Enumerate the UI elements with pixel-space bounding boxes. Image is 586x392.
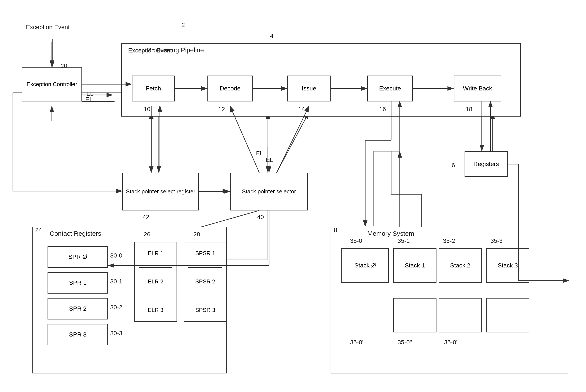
ref-14: 14 xyxy=(298,106,305,113)
elr3-label: ELR 3 xyxy=(148,307,163,314)
spr0-box: SPR Ø xyxy=(48,246,108,268)
spr3-box: SPR 3 xyxy=(48,324,108,345)
stack2-lower-box xyxy=(439,298,482,332)
fetch-box: Fetch xyxy=(132,76,175,102)
spsr1-label: SPSR 1 xyxy=(195,250,215,257)
spsr2-label: SPSR 2 xyxy=(195,278,215,285)
ref-12: 12 xyxy=(218,106,225,113)
el-label-exc: EL xyxy=(86,91,93,97)
ref-35-0pp: 35-0'' xyxy=(398,339,412,346)
issue-box: Issue xyxy=(287,76,331,102)
writeback-box: Write Back xyxy=(454,76,501,102)
exception-event-label: Exception Event xyxy=(26,24,70,31)
stack1-box: Stack 1 xyxy=(393,248,436,283)
svg-line-12 xyxy=(276,112,309,173)
ref-30-0: 30-0 xyxy=(110,252,122,259)
memory-system-label: Memory System xyxy=(367,230,414,237)
ref-35-1: 35-1 xyxy=(398,238,410,244)
ref-35-0: 35-0 xyxy=(350,238,362,244)
diagram: Exception Event Exception Controller EL … xyxy=(0,0,586,392)
decode-box: Decode xyxy=(207,76,253,102)
ref-35-3: 35-3 xyxy=(490,238,503,244)
ref-6: 6 xyxy=(452,162,455,169)
ref-30-3: 30-3 xyxy=(110,330,122,337)
stack2-box: Stack 2 xyxy=(439,248,482,283)
stack3-box: Stack 3 xyxy=(486,248,529,283)
spsr3-label: SPSR 3 xyxy=(195,307,215,314)
spr2-box: SPR 2 xyxy=(48,298,108,320)
ref-42: 42 xyxy=(143,214,149,220)
ref-28: 28 xyxy=(193,231,200,238)
ref-35-0ppp: 35-0''' xyxy=(444,339,460,346)
ref-10: 10 xyxy=(144,106,150,113)
exception-controller-box: Exception Controller xyxy=(22,67,82,102)
ref-30-1: 30-1 xyxy=(110,278,122,285)
ref-40: 40 xyxy=(257,214,264,220)
contact-registers-label: Contact Registers xyxy=(50,230,101,237)
stack-pointer-select-reg-box: Stack pointer select register xyxy=(122,173,199,210)
ref-20: 20 xyxy=(61,62,67,70)
ref-35-0p: 35-0' xyxy=(350,339,363,346)
spsr-box: SPSR 1 SPSR 2 SPSR 3 xyxy=(184,242,227,322)
ref-35-2: 35-2 xyxy=(443,238,455,244)
el-label-2: EL xyxy=(266,156,273,164)
registers-box: Registers xyxy=(465,151,508,177)
elr-box: ELR 1 ELR 2 ELR 3 xyxy=(134,242,177,322)
ref-16: 16 xyxy=(379,106,386,113)
stack0-box: Stack Ø xyxy=(341,248,389,283)
execute-box: Execute xyxy=(367,76,413,102)
stack-pointer-selector-box: Stack pointer selector xyxy=(230,173,308,210)
el-label-sps: EL xyxy=(256,150,263,157)
stack1-lower-box xyxy=(393,298,436,332)
spr1-box: SPR 1 xyxy=(48,272,108,294)
ref-18: 18 xyxy=(466,106,472,113)
ref-26: 26 xyxy=(144,231,150,238)
ref-4: 4 xyxy=(270,32,273,39)
pipeline-title: Processing Pipeline xyxy=(147,46,204,54)
stack3-lower-box xyxy=(486,298,529,332)
elr2-label: ELR 2 xyxy=(148,278,163,285)
ref-2: 2 xyxy=(181,22,185,28)
ref-8: 8 xyxy=(334,227,337,234)
ref-24: 24 xyxy=(35,227,42,234)
ref-30-2: 30-2 xyxy=(110,304,122,311)
elr1-label: ELR 1 xyxy=(148,250,163,257)
